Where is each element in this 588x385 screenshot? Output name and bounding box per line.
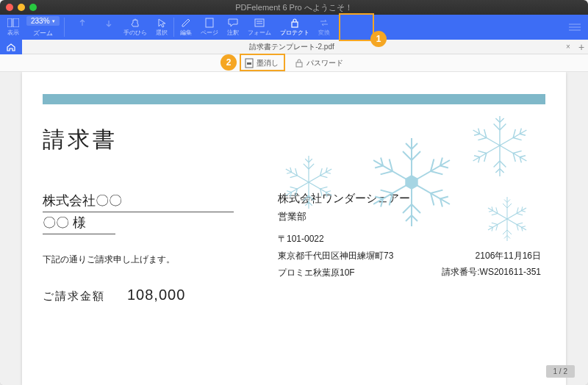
client-block: 株式会社〇〇 〇〇 様 下記の通りご請求申し上げます。 ご請求金額 108,00… <box>43 192 234 303</box>
svg-rect-1 <box>13 18 19 27</box>
total-label: ご請求金額 <box>43 289 105 303</box>
convert-button[interactable]: 変換 <box>314 15 334 40</box>
comment-button[interactable]: 注釈 <box>223 15 243 40</box>
page-button[interactable]: ページ <box>196 15 223 40</box>
view-icon <box>7 18 19 28</box>
hand-tool-button[interactable]: 手のひら <box>119 15 151 40</box>
zoom-value[interactable]: 233% <box>26 16 60 26</box>
main-toolbar: 表示 233% ズーム フィット x 手のひら <box>0 15 588 40</box>
pencil-icon <box>180 18 192 28</box>
page-indicator[interactable]: 1 / 2 <box>546 365 575 378</box>
home-tab[interactable] <box>0 40 22 54</box>
more-button[interactable] <box>564 15 585 40</box>
annotation-highlight-1 <box>339 13 374 41</box>
cursor-icon <box>156 18 168 28</box>
svg-line-16 <box>406 143 412 149</box>
client-name: 株式会社〇〇 <box>43 192 234 212</box>
comment-icon <box>227 18 239 28</box>
accent-bar <box>43 94 545 104</box>
zoom-label: ズーム <box>33 29 53 38</box>
menu-icon <box>569 22 581 32</box>
annotation-callout-2: 2 <box>220 54 237 71</box>
password-label: パスワード <box>306 58 343 68</box>
password-button[interactable]: パスワード <box>290 57 348 70</box>
home-icon <box>6 43 16 51</box>
svg-line-15 <box>412 151 420 160</box>
zoom-control[interactable]: 233% ズーム <box>24 16 62 38</box>
document-date: 2106年11月16日 <box>442 248 541 265</box>
password-lock-icon <box>295 59 304 68</box>
file-tab[interactable]: 請求書テンプレート-2.pdf <box>22 42 562 52</box>
tab-add-button[interactable]: + <box>575 41 588 53</box>
arrow-up-icon <box>76 18 88 28</box>
total-row: ご請求金額 108,000 <box>43 287 234 303</box>
decorative-snowflakes <box>257 116 551 248</box>
fit-down-button[interactable]: x <box>98 15 119 40</box>
svg-rect-12 <box>296 62 302 67</box>
svg-rect-6 <box>292 22 298 27</box>
svg-rect-2 <box>206 18 213 27</box>
redact-label: 墨消し <box>257 58 279 68</box>
form-button[interactable]: フォーム <box>243 15 276 40</box>
page-icon <box>204 18 215 28</box>
lock-icon <box>289 18 301 28</box>
document-meta: 2106年11月16日 請求番号:WS201611-351 <box>442 248 541 280</box>
svg-rect-3 <box>255 19 264 26</box>
app-title: PDFelement 6 Pro へようこそ！ <box>0 2 588 13</box>
sub-toolbar: 墨消し パスワード 2 <box>0 54 588 72</box>
invoice-number: 請求番号:WS201611-351 <box>442 265 541 281</box>
edit-button[interactable]: 編集 <box>176 15 196 40</box>
client-honorific: 〇〇 様 <box>43 214 115 234</box>
svg-rect-0 <box>7 18 12 27</box>
tab-strip: 請求書テンプレート-2.pdf × + <box>0 40 588 54</box>
select-tool-button[interactable]: 選択 <box>151 15 172 40</box>
request-note: 下記の通りご請求申し上げます。 <box>43 253 234 266</box>
svg-line-14 <box>403 151 412 160</box>
view-button[interactable]: 表示 <box>3 15 24 40</box>
hand-icon <box>129 18 141 28</box>
pdf-page: 請求書 2106年11月16日 請求番号:WS201611-351 株式会社〇〇… <box>22 72 566 385</box>
svg-marker-18 <box>405 175 417 190</box>
redact-button[interactable]: 墨消し <box>240 57 283 70</box>
document-viewport[interactable]: 請求書 2106年11月16日 請求番号:WS201611-351 株式会社〇〇… <box>0 72 588 385</box>
window-titlebar: PDFelement 6 Pro へようこそ！ <box>0 0 588 15</box>
arrow-down-icon <box>103 18 115 29</box>
convert-icon <box>318 18 330 28</box>
svg-rect-11 <box>247 62 251 65</box>
tab-close-button[interactable]: × <box>562 43 575 51</box>
total-amount: 108,000 <box>127 287 185 303</box>
svg-line-17 <box>412 143 417 149</box>
fit-button[interactable]: フィット <box>66 15 98 40</box>
redact-icon <box>245 59 254 68</box>
protect-button[interactable]: プロテクト <box>276 15 314 40</box>
form-icon <box>254 18 265 28</box>
annotation-callout-1: 1 <box>370 31 387 47</box>
